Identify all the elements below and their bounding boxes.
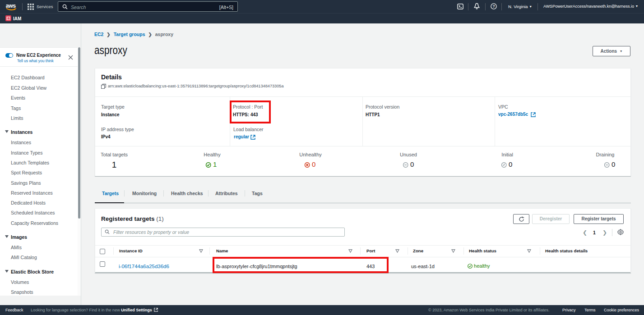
- svg-text:aws: aws: [6, 3, 16, 9]
- svg-text:?: ?: [492, 4, 495, 9]
